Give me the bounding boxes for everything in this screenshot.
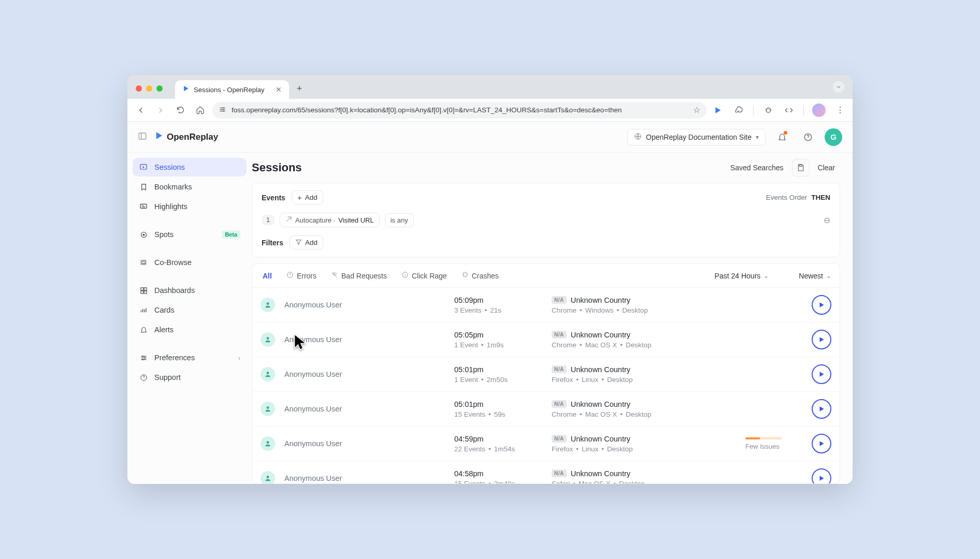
panel-toggle-icon[interactable] [138,131,147,143]
bug-icon[interactable] [762,104,774,116]
sidebar-item-preferences[interactable]: Preferences › [133,348,247,367]
session-time: 05:01pm [454,400,542,408]
session-country: Unknown Country [571,331,630,339]
event-operator-chip[interactable]: is any [385,213,414,227]
minimize-window-button[interactable] [146,85,152,92]
play-session-button[interactable] [812,295,831,315]
session-row[interactable]: Anonymous User 05:09pm 3 Events•21s N/AU… [252,288,840,322]
sidebar-item-bookmarks[interactable]: Bookmarks [133,178,247,196]
tab-errors[interactable]: Errors [284,269,319,282]
play-session-button[interactable] [812,399,831,419]
sidebar-item-sessions[interactable]: Sessions [133,158,247,176]
clear-button[interactable]: Clear [813,160,840,175]
openreplay-ext-icon[interactable] [712,104,724,116]
session-row[interactable]: Anonymous User 05:01pm 1 Event•2m50s N/A… [252,357,840,392]
crash-icon [462,271,469,280]
reload-button[interactable] [173,103,188,117]
save-search-button[interactable] [792,159,810,176]
toolbar-right: ⋮ [712,104,846,117]
event-chip-prefix: Autocapture · [295,216,335,224]
sidebar-item-support[interactable]: Support [133,368,247,387]
alerts-icon [139,326,148,334]
session-user: Anonymous User [284,439,445,448]
add-filter-button[interactable]: Add [290,236,323,249]
svg-rect-11 [140,287,143,290]
sidebar-item-cobrowse[interactable]: Co-Browse [133,253,247,272]
sidebar-item-label: Bookmarks [154,183,192,191]
cobrowse-icon [139,258,148,267]
close-window-button[interactable] [136,85,142,92]
svg-rect-13 [140,291,143,293]
sidebar: Sessions Bookmarks Highlights Spots Beta… [127,153,252,484]
user-icon [261,436,275,451]
tabs-overflow-button[interactable] [833,81,844,93]
url-box[interactable]: foss.openreplay.com/65/sessions?f[0].k=l… [212,102,707,119]
play-session-button[interactable] [812,364,831,384]
session-time: 04:58pm [454,469,542,478]
tab-click-rage[interactable]: Click Rage [399,269,449,282]
app-header: OpenReplay OpenReplay Documentation Site… [127,122,853,153]
site-settings-icon[interactable] [219,106,226,115]
project-selector[interactable]: OpenReplay Documentation Site ▾ [627,129,766,145]
forward-button[interactable] [153,103,168,117]
profile-avatar[interactable] [812,104,826,117]
play-session-button[interactable] [812,468,831,483]
page-title: Sessions [252,161,302,174]
svg-point-0 [223,107,225,109]
event-chip-bold: Visited URL [338,216,373,224]
session-meta: 3 Events•21s [454,306,542,314]
svg-point-21 [402,272,408,278]
user-icon [261,298,275,312]
new-tab-button[interactable]: + [292,81,307,96]
session-time: 04:59pm [454,435,542,443]
event-filter-chip[interactable]: Autocapture · Visited URL [280,213,380,227]
logo-text: OpenReplay [167,132,218,142]
events-order-value[interactable]: THEN [811,194,830,201]
maximize-window-button[interactable] [156,85,163,92]
user-avatar[interactable]: G [825,128,842,146]
extensions-icon[interactable] [732,104,745,116]
openreplay-logo[interactable]: OpenReplay [154,131,218,143]
devtools-icon[interactable] [783,104,795,116]
back-button[interactable] [134,103,148,117]
browser-menu-icon[interactable]: ⋮ [834,104,846,116]
session-env: Safari•Mac OS X•Desktop [552,480,736,484]
remove-event-button[interactable]: ⊖ [824,215,830,225]
sort-dropdown[interactable]: Newest ⌄ [799,272,831,280]
tab-all[interactable]: All [261,270,274,282]
session-issues: Few Issues [745,437,802,450]
svg-point-25 [267,406,269,409]
event-chip-op: is any [391,216,408,224]
browser-tab[interactable]: Sessions - OpenReplay ✕ [175,80,289,99]
sidebar-item-alerts[interactable]: Alerts [133,320,247,339]
bookmark-star-icon[interactable]: ☆ [693,105,700,115]
session-row[interactable]: Anonymous User 04:59pm 22 Events•1m54s N… [252,426,840,461]
sidebar-item-spots[interactable]: Spots Beta [133,225,247,244]
notifications-button[interactable] [773,128,791,146]
tab-bad-requests[interactable]: Bad Requests [329,269,389,282]
play-session-button[interactable] [812,434,831,453]
session-row[interactable]: Anonymous User 05:01pm 15 Events•59s N/A… [252,392,840,426]
session-row[interactable]: Anonymous User 05:05pm 1 Event•1m9s N/AU… [252,322,840,357]
session-country: Unknown Country [571,296,630,304]
play-session-button[interactable] [812,330,831,349]
sidebar-item-highlights[interactable]: Highlights [133,197,247,216]
session-country: Unknown Country [571,435,630,443]
session-time: 05:05pm [454,331,542,339]
sidebar-item-cards[interactable]: Cards [133,301,247,319]
add-event-button[interactable]: + Add [292,190,323,204]
help-button[interactable] [799,128,817,146]
traffic-lights[interactable] [136,85,163,92]
session-user: Anonymous User [284,405,445,413]
close-tab-icon[interactable]: ✕ [276,85,282,94]
sidebar-item-dashboards[interactable]: Dashboards [133,281,247,300]
session-row[interactable]: Anonymous User 04:58pm 15 Events•3m40s N… [252,461,840,483]
saved-searches-button[interactable]: Saved Searches [725,160,789,175]
na-badge: N/A [552,331,567,339]
time-range-dropdown[interactable]: Past 24 Hours ⌄ [715,272,769,280]
sidebar-item-label: Sessions [154,163,185,171]
user-icon [261,332,275,347]
tab-crashes[interactable]: Crashes [459,269,501,282]
session-env: Firefox•Linux•Desktop [552,445,736,453]
home-button[interactable] [193,103,207,117]
